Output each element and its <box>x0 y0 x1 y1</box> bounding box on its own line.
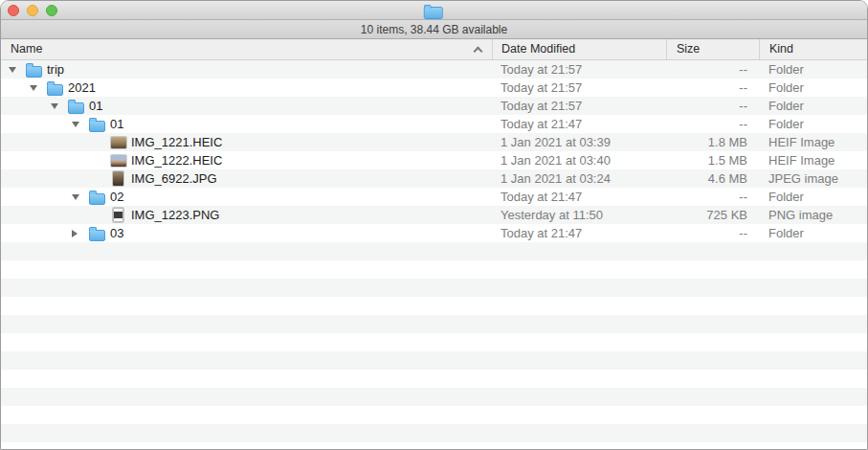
kind-value: Folder <box>759 188 868 206</box>
name-cell: IMG_6922.JPG <box>1 169 492 188</box>
file-icon-slot <box>68 97 84 115</box>
folder-icon <box>89 121 105 132</box>
triangle-down-icon <box>72 194 79 200</box>
kind-value: Folder <box>759 60 868 79</box>
finder-window: 10 items, 38.44 GB available Name Date M… <box>0 0 868 450</box>
kind-value: HEIF Image <box>759 151 868 169</box>
triangle-down-icon <box>30 85 37 91</box>
triangle-down-icon <box>9 67 16 73</box>
disclosure-toggle[interactable] <box>72 224 89 242</box>
size-value: -- <box>666 188 759 206</box>
file-name: 03 <box>110 224 123 242</box>
date-modified-value: Today at 21:47 <box>492 224 666 242</box>
column-header-size-label: Size <box>677 42 700 56</box>
file-icon-slot <box>110 206 126 224</box>
name-cell: IMG_1221.HEIC <box>1 133 492 151</box>
size-value: 1.5 MB <box>666 151 759 169</box>
date-modified-value: Yesterday at 11:50 <box>492 206 666 224</box>
date-modified-value: 1 Jan 2021 at 03:40 <box>492 151 666 169</box>
disclosure-toggle <box>93 133 110 151</box>
file-icon-slot <box>47 79 63 97</box>
triangle-down-icon <box>51 103 58 109</box>
disclosure-toggle <box>93 169 110 188</box>
folder-icon <box>89 193 105 205</box>
triangle-right-icon <box>72 230 78 237</box>
file-name: IMG_1223.PNG <box>131 206 220 224</box>
folder-icon <box>89 230 105 241</box>
file-name: IMG_1222.HEIC <box>131 151 222 169</box>
file-icon-slot <box>89 188 105 206</box>
table-row[interactable]: IMG_1222.HEIC 1 Jan 2021 at 03:40 1.5 MB… <box>1 151 867 169</box>
close-button[interactable] <box>8 5 19 16</box>
column-header-name[interactable]: Name <box>1 39 492 59</box>
table-row[interactable]: IMG_1223.PNG Yesterday at 11:50 725 KB P… <box>1 206 867 224</box>
date-modified-value: Today at 21:57 <box>492 60 666 79</box>
file-name: trip <box>47 60 64 79</box>
column-header-kind[interactable]: Kind <box>759 39 868 59</box>
table-row[interactable]: IMG_1221.HEIC 1 Jan 2021 at 03:39 1.8 MB… <box>1 133 867 151</box>
image-thumbnail-icon <box>111 155 126 167</box>
traffic-lights <box>8 5 57 16</box>
kind-value: PNG image <box>759 206 868 224</box>
status-text: 10 items, 38.44 GB available <box>361 23 507 36</box>
disclosure-toggle[interactable] <box>30 79 47 97</box>
folder-icon <box>68 102 84 114</box>
date-modified-value: 1 Jan 2021 at 03:24 <box>492 169 666 188</box>
disclosure-toggle <box>93 206 110 224</box>
name-cell: 02 <box>1 188 492 206</box>
name-cell: 01 <box>1 115 492 133</box>
size-value: -- <box>666 224 759 242</box>
name-cell: IMG_1222.HEIC <box>1 151 492 169</box>
name-cell: 03 <box>1 224 492 242</box>
column-header-row: Name Date Modified Size Kind <box>1 39 867 60</box>
kind-value: JPEG image <box>759 169 868 188</box>
size-value: -- <box>666 115 759 133</box>
size-value: -- <box>666 79 759 97</box>
file-name: IMG_6922.JPG <box>131 169 217 188</box>
column-header-date-label: Date Modified <box>501 42 575 56</box>
date-modified-value: Today at 21:57 <box>492 97 666 115</box>
zoom-button[interactable] <box>46 5 57 16</box>
column-header-size[interactable]: Size <box>666 39 759 59</box>
name-cell: trip <box>1 60 492 79</box>
kind-value: Folder <box>759 97 868 115</box>
kind-value: Folder <box>759 224 868 242</box>
table-row[interactable]: trip Today at 21:57 -- Folder <box>1 60 867 79</box>
column-header-kind-label: Kind <box>769 42 793 56</box>
file-icon-slot <box>26 60 42 79</box>
kind-value: Folder <box>759 115 868 133</box>
size-value: 1.8 MB <box>666 133 759 151</box>
disclosure-toggle[interactable] <box>9 60 26 79</box>
file-icon-slot <box>110 133 126 151</box>
table-row[interactable]: 02 Today at 21:47 -- Folder <box>1 188 867 206</box>
column-header-date-modified[interactable]: Date Modified <box>492 39 666 59</box>
window-proxy-icon[interactable] <box>423 3 442 19</box>
minimize-button[interactable] <box>27 5 38 16</box>
name-cell: 01 <box>1 97 492 115</box>
folder-icon <box>47 84 63 96</box>
file-icon-slot <box>110 169 126 188</box>
table-row[interactable]: IMG_6922.JPG 1 Jan 2021 at 03:24 4.6 MB … <box>1 169 867 188</box>
size-value: 4.6 MB <box>666 169 759 188</box>
image-thumbnail-icon <box>113 171 123 186</box>
name-cell: IMG_1223.PNG <box>1 206 492 224</box>
disclosure-toggle[interactable] <box>72 188 89 206</box>
table-row[interactable]: 01 Today at 21:57 -- Folder <box>1 97 867 115</box>
file-icon-slot <box>89 115 105 133</box>
file-name: 2021 <box>68 79 96 97</box>
table-row[interactable]: 03 Today at 21:47 -- Folder <box>1 224 867 242</box>
file-name: IMG_1221.HEIC <box>131 133 222 151</box>
disclosure-toggle[interactable] <box>72 115 89 133</box>
file-list: trip Today at 21:57 -- Folder 2021 Today… <box>1 60 867 450</box>
title-bar[interactable] <box>1 1 867 20</box>
table-row[interactable]: 01 Today at 21:47 -- Folder <box>1 115 867 133</box>
file-name: 01 <box>110 115 123 133</box>
disclosure-toggle[interactable] <box>51 97 68 115</box>
image-thumbnail-icon <box>113 208 123 222</box>
date-modified-value: Today at 21:57 <box>492 79 666 97</box>
table-row[interactable]: 2021 Today at 21:57 -- Folder <box>1 79 867 97</box>
folder-icon <box>423 7 442 19</box>
date-modified-value: Today at 21:47 <box>492 115 666 133</box>
file-name: 01 <box>89 97 102 115</box>
size-value: 725 KB <box>666 206 759 224</box>
